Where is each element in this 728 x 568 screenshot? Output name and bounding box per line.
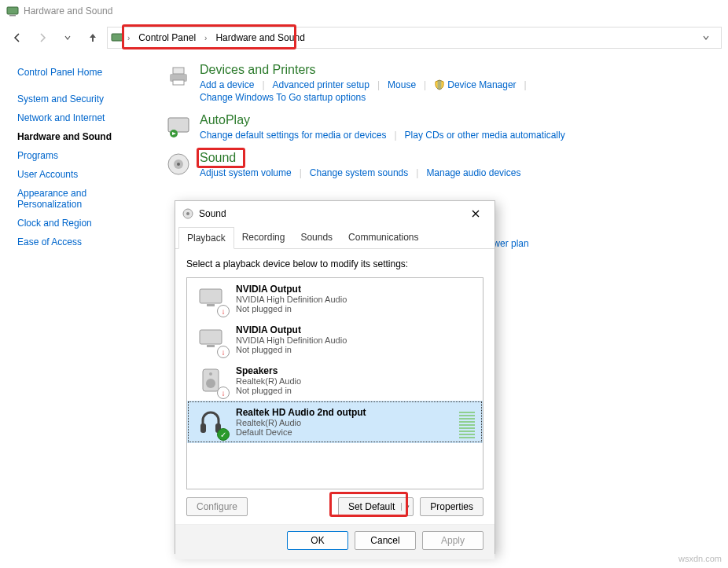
svg-rect-2 (112, 34, 123, 41)
close-button[interactable] (463, 203, 488, 225)
task-audio-devices[interactable]: Manage audio devices (426, 167, 520, 179)
tab-communications[interactable]: Communications (340, 227, 426, 249)
sidebar-item-hardware[interactable]: Hardware and Sound (17, 127, 149, 146)
task-play-cds[interactable]: Play CDs or other media automatically (405, 129, 565, 141)
dialog-instruction: Select a playback device below to modify… (186, 258, 483, 269)
device-desc: NVIDIA High Definition Audio (236, 335, 347, 345)
sidebar-item-clock[interactable]: Clock and Region (17, 214, 149, 233)
dialog-titlebar: Sound (175, 201, 495, 226)
svg-point-12 (186, 212, 189, 215)
device-desc: Realtek(R) Audio (236, 418, 366, 427)
autoplay-icon (165, 113, 192, 140)
unplugged-badge-icon: ↓ (217, 346, 230, 358)
category-devices[interactable]: Devices and Printers (200, 63, 316, 77)
window-titlebar: Hardware and Sound (0, 0, 728, 22)
level-meter (459, 405, 475, 438)
device-item[interactable]: ↓ SpeakersRealtek(R) AudioNot plugged in (187, 360, 483, 401)
properties-button[interactable]: Properties (420, 497, 483, 516)
task-volume[interactable]: Adjust system volume (200, 167, 292, 179)
svg-point-19 (209, 372, 212, 376)
device-desc: NVIDIA High Definition Audio (236, 295, 347, 304)
cancel-button[interactable]: Cancel (355, 531, 416, 550)
sidebar-item-home[interactable]: Control Panel Home (17, 63, 149, 82)
shield-icon (434, 79, 445, 90)
svg-rect-13 (200, 289, 222, 303)
sidebar-item-system[interactable]: System and Security (17, 90, 149, 108)
task-autoplay-defaults[interactable]: Change default settings for media or dev… (200, 129, 386, 141)
device-status: Not plugged in (236, 386, 301, 395)
up-button[interactable] (82, 27, 104, 49)
task-windows-to-go[interactable]: Change Windows To Go startup options (200, 91, 366, 104)
device-status: Not plugged in (236, 345, 347, 354)
device-list[interactable]: ↓ NVIDIA OutputNVIDIA High Definition Au… (186, 277, 483, 489)
address-dropdown[interactable] (702, 34, 718, 42)
highlight-breadcrumb (122, 24, 296, 49)
device-name: Realtek HD Audio 2nd output (236, 407, 366, 418)
device-item[interactable]: ↓ NVIDIA OutputNVIDIA High Definition Au… (187, 319, 483, 360)
configure-button[interactable]: Configure (186, 497, 248, 516)
device-item[interactable]: ↓ NVIDIA OutputNVIDIA High Definition Au… (187, 278, 483, 319)
headphones-icon: ✓ (195, 406, 226, 438)
device-name: NVIDIA Output (236, 284, 347, 295)
dialog-title: Sound (199, 208, 226, 219)
device-status: Not plugged in (236, 304, 347, 313)
sidebar-item-appearance[interactable]: Appearance and Personalization (17, 184, 149, 214)
ok-button[interactable]: OK (287, 531, 348, 550)
printer-icon (165, 63, 192, 90)
svg-rect-6 (168, 118, 189, 132)
window-title: Hardware and Sound (24, 5, 112, 16)
default-badge-icon: ✓ (217, 428, 230, 441)
sidebar-item-network[interactable]: Network and Internet (17, 108, 149, 127)
dialog-tabs: Playback Recording Sounds Communications (175, 226, 495, 249)
tab-playback[interactable]: Playback (178, 227, 234, 249)
svg-point-18 (206, 379, 215, 388)
recent-dropdown[interactable] (57, 27, 79, 49)
task-printer-setup[interactable]: Advanced printer setup (273, 79, 370, 91)
device-item-selected[interactable]: ✓ Realtek HD Audio 2nd outputRealtek(R) … (187, 401, 483, 443)
task-system-sounds[interactable]: Change system sounds (310, 167, 408, 179)
svg-rect-20 (200, 423, 206, 433)
back-button[interactable] (6, 27, 28, 49)
address-bar[interactable]: › Control Panel › Hardware and Sound (107, 27, 722, 49)
task-mouse[interactable]: Mouse (388, 79, 416, 91)
task-add-device[interactable]: Add a device (200, 79, 254, 91)
monitor-icon: ↓ (195, 324, 226, 355)
device-status: Default Device (236, 427, 366, 437)
tab-sounds[interactable]: Sounds (292, 227, 340, 249)
tab-recording[interactable]: Recording (234, 227, 293, 249)
forward-button[interactable] (31, 27, 53, 49)
sidebar-item-programs[interactable]: Programs (17, 146, 149, 165)
svg-rect-4 (173, 68, 184, 74)
svg-rect-16 (207, 345, 215, 347)
sound-icon (165, 151, 192, 178)
category-autoplay[interactable]: AutoPlay (200, 113, 250, 127)
svg-rect-1 (9, 15, 16, 16)
apply-button[interactable]: Apply (422, 531, 483, 550)
highlight-set-default (329, 492, 408, 517)
svg-rect-5 (173, 80, 184, 85)
unplugged-badge-icon: ↓ (217, 305, 230, 317)
sound-dialog: Sound Playback Recording Sounds Communic… (175, 200, 495, 554)
speaker-icon: ↓ (195, 365, 226, 396)
sidebar-item-users[interactable]: User Accounts (17, 165, 149, 184)
sidebar: Control Panel Home System and Security N… (0, 63, 149, 251)
watermark: wsxdn.com (678, 554, 722, 563)
svg-point-10 (177, 163, 180, 166)
highlight-sound (197, 148, 245, 168)
monitor-icon: ↓ (195, 283, 226, 314)
control-panel-icon (6, 5, 19, 17)
device-desc: Realtek(R) Audio (236, 376, 301, 386)
svg-rect-0 (7, 7, 18, 14)
sidebar-item-ease[interactable]: Ease of Access (17, 233, 149, 251)
sound-dialog-icon (182, 207, 194, 220)
nav-toolbar: › Control Panel › Hardware and Sound (0, 22, 728, 53)
device-name: Speakers (236, 365, 301, 376)
svg-rect-15 (200, 330, 222, 344)
device-name: NVIDIA Output (236, 324, 347, 335)
unplugged-badge-icon: ↓ (217, 387, 230, 399)
svg-rect-14 (207, 304, 215, 306)
task-device-manager[interactable]: Device Manager (447, 79, 516, 91)
